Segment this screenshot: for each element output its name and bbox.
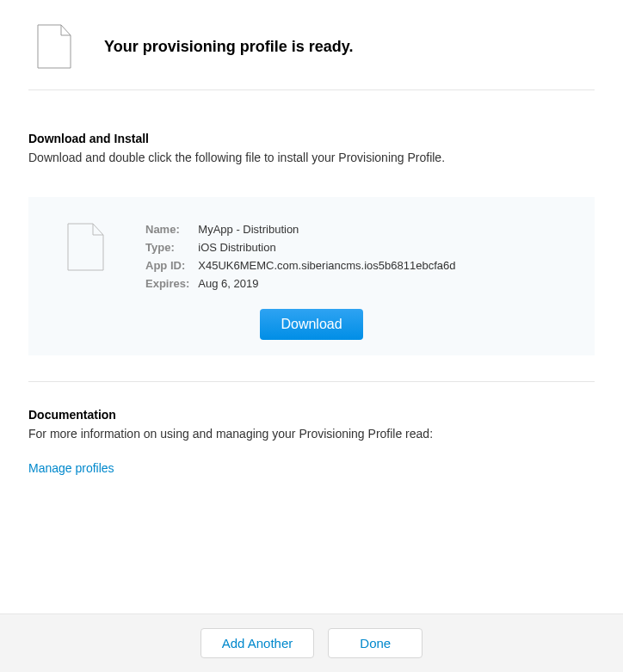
label-expires: Expires: — [145, 277, 189, 290]
header-section: Your provisioning profile is ready. — [28, 0, 595, 90]
document-icon — [67, 223, 104, 271]
details-table: Name: MyApp - Distribution Type: iOS Dis… — [145, 223, 455, 290]
document-icon — [37, 24, 71, 69]
value-app-id: X45UK6MEMC.com.siberiancms.ios5b6811ebcf… — [198, 259, 455, 272]
profile-details: Name: MyApp - Distribution Type: iOS Dis… — [67, 223, 556, 290]
value-expires: Aug 6, 2019 — [198, 277, 455, 290]
label-app-id: App ID: — [145, 259, 189, 272]
footer-bar: Add Another Done — [0, 613, 623, 672]
documentation-desc: For more information on using and managi… — [28, 427, 595, 441]
documentation-section: Documentation For more information on us… — [28, 408, 595, 475]
divider — [28, 381, 595, 382]
value-name: MyApp - Distribution — [198, 223, 455, 236]
manage-profiles-link[interactable]: Manage profiles — [28, 461, 114, 475]
page-title: Your provisioning profile is ready. — [104, 38, 353, 56]
label-name: Name: — [145, 223, 189, 236]
documentation-title: Documentation — [28, 408, 595, 422]
download-button[interactable]: Download — [260, 309, 362, 340]
done-button[interactable]: Done — [328, 628, 423, 658]
value-type: iOS Distribution — [198, 241, 455, 254]
add-another-button[interactable]: Add Another — [200, 628, 315, 658]
download-title: Download and Install — [28, 132, 595, 145]
profile-card: Name: MyApp - Distribution Type: iOS Dis… — [28, 197, 595, 355]
label-type: Type: — [145, 241, 189, 254]
download-section: Download and Install Download and double… — [28, 90, 595, 475]
download-desc: Download and double click the following … — [28, 151, 595, 164]
